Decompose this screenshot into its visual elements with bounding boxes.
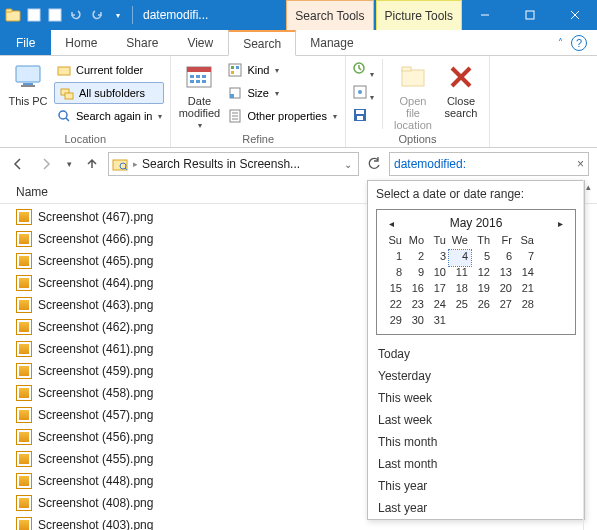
calendar-day[interactable]: 20 [493, 282, 515, 298]
ribbon-group-options: ▾ ▾ Open file location Close search Opti… [346, 56, 490, 147]
address-dropdown-icon[interactable]: ⌄ [340, 159, 356, 170]
close-button[interactable] [552, 0, 597, 30]
date-range-option[interactable]: Today [368, 343, 584, 365]
prev-month-button[interactable]: ◂ [385, 218, 397, 229]
file-name: Screenshot (408).png [38, 496, 153, 510]
calendar-day[interactable]: 7 [515, 250, 537, 266]
date-modified-button[interactable]: Date modified ▾ [177, 59, 221, 130]
calendar-day-header: Su [383, 234, 405, 250]
current-folder-button[interactable]: Current folder [54, 59, 164, 81]
calendar-day[interactable]: 31 [427, 314, 449, 330]
calendar-day[interactable]: 25 [449, 298, 471, 314]
calendar-day[interactable]: 28 [515, 298, 537, 314]
next-month-button[interactable]: ▸ [555, 218, 567, 229]
forward-button[interactable] [34, 152, 58, 176]
scrollbar[interactable]: ▴ [583, 180, 597, 530]
chevron-down-icon: ▾ [275, 66, 279, 75]
calendar-day[interactable]: 27 [493, 298, 515, 314]
address-row: ▾ ▸ Search Results in Screensh... ⌄ date… [0, 148, 597, 180]
clear-search-icon[interactable]: × [577, 157, 584, 171]
refresh-button[interactable] [363, 153, 385, 175]
qa-newfolder-icon[interactable] [46, 6, 64, 24]
explorer-icon [4, 6, 22, 24]
calendar-day[interactable]: 16 [405, 282, 427, 298]
date-range-option[interactable]: Yesterday [368, 365, 584, 387]
calendar-day[interactable]: 6 [493, 250, 515, 266]
date-range-option[interactable]: Last month [368, 453, 584, 475]
svg-rect-17 [187, 67, 211, 72]
calendar-day[interactable]: 17 [427, 282, 449, 298]
calendar-month-label[interactable]: May 2016 [450, 216, 503, 230]
ribbon-collapse-icon[interactable]: ˄ [558, 37, 563, 48]
qa-undo-icon[interactable] [67, 6, 85, 24]
tab-search[interactable]: Search [228, 30, 296, 56]
calendar-day[interactable]: 4 [449, 250, 471, 266]
calendar-day[interactable]: 30 [405, 314, 427, 330]
close-search-button[interactable]: Close search [439, 59, 483, 119]
calendar-day[interactable]: 5 [471, 250, 493, 266]
date-range-option[interactable]: This year [368, 475, 584, 497]
save-search-icon[interactable] [352, 107, 374, 129]
image-file-icon [16, 297, 32, 313]
qa-properties-icon[interactable] [25, 6, 43, 24]
image-file-icon [16, 473, 32, 489]
calendar-day[interactable]: 12 [471, 266, 493, 282]
back-button[interactable] [6, 152, 30, 176]
scroll-up-icon[interactable]: ▴ [586, 182, 591, 192]
all-subfolders-button[interactable]: All subfolders [54, 82, 164, 104]
search-tools-contextual-tab[interactable]: Search Tools [286, 0, 373, 30]
tab-share[interactable]: Share [112, 30, 173, 55]
up-button[interactable] [80, 152, 104, 176]
maximize-button[interactable] [507, 0, 552, 30]
date-range-option[interactable]: This week [368, 387, 584, 409]
file-name: Screenshot (455).png [38, 452, 153, 466]
minimize-button[interactable] [462, 0, 507, 30]
calendar-day[interactable]: 2 [405, 250, 427, 266]
kind-button[interactable]: Kind ▾ [225, 59, 338, 81]
svg-rect-21 [190, 80, 194, 83]
date-range-option[interactable]: This month [368, 431, 584, 453]
file-name: Screenshot (448).png [38, 474, 153, 488]
recent-locations-button[interactable]: ▾ [62, 152, 76, 176]
calendar-day[interactable]: 3 [427, 250, 449, 266]
qa-redo-icon[interactable] [88, 6, 106, 24]
calendar-day[interactable]: 13 [493, 266, 515, 282]
calendar-day[interactable]: 11 [449, 266, 471, 282]
calendar-day[interactable]: 10 [427, 266, 449, 282]
calendar-day[interactable]: 8 [383, 266, 405, 282]
calendar-day[interactable]: 15 [383, 282, 405, 298]
calendar-day[interactable]: 24 [427, 298, 449, 314]
calendar-day[interactable]: 9 [405, 266, 427, 282]
recent-searches-icon[interactable]: ▾ [352, 61, 374, 83]
calendar-day[interactable]: 1 [383, 250, 405, 266]
calendar-day[interactable]: 26 [471, 298, 493, 314]
this-pc-button[interactable]: This PC [6, 59, 50, 107]
calendar-day[interactable]: 22 [383, 298, 405, 314]
calendar-day[interactable]: 21 [515, 282, 537, 298]
advanced-options-icon[interactable]: ▾ [352, 84, 374, 106]
tab-manage[interactable]: Manage [296, 30, 368, 55]
picture-tools-contextual-tab[interactable]: Picture Tools [376, 0, 462, 30]
calendar-day[interactable]: 29 [383, 314, 405, 330]
address-bar[interactable]: ▸ Search Results in Screensh... ⌄ [108, 152, 359, 176]
tab-view[interactable]: View [173, 30, 228, 55]
subfolders-icon [59, 85, 75, 101]
date-range-option[interactable]: Last year [368, 497, 584, 519]
help-icon[interactable]: ? [571, 35, 587, 51]
other-properties-button[interactable]: Other properties ▾ [225, 105, 338, 127]
search-again-in-button[interactable]: Search again in ▾ [54, 105, 164, 127]
size-button[interactable]: Size ▾ [225, 82, 338, 104]
image-file-icon [16, 517, 32, 530]
calendar-day[interactable]: 18 [449, 282, 471, 298]
calendar-day[interactable]: 14 [515, 266, 537, 282]
date-range-option[interactable]: Last week [368, 409, 584, 431]
search-box[interactable]: datemodified: × [389, 152, 589, 176]
tab-home[interactable]: Home [51, 30, 112, 55]
calendar-day-header: Fr [493, 234, 515, 250]
calendar-day-header: Tu [427, 234, 449, 250]
search-query-text: datemodified: [394, 157, 466, 171]
tab-file[interactable]: File [0, 30, 51, 55]
calendar-day[interactable]: 23 [405, 298, 427, 314]
calendar-day[interactable]: 19 [471, 282, 493, 298]
qa-dropdown-icon[interactable]: ▾ [109, 6, 127, 24]
